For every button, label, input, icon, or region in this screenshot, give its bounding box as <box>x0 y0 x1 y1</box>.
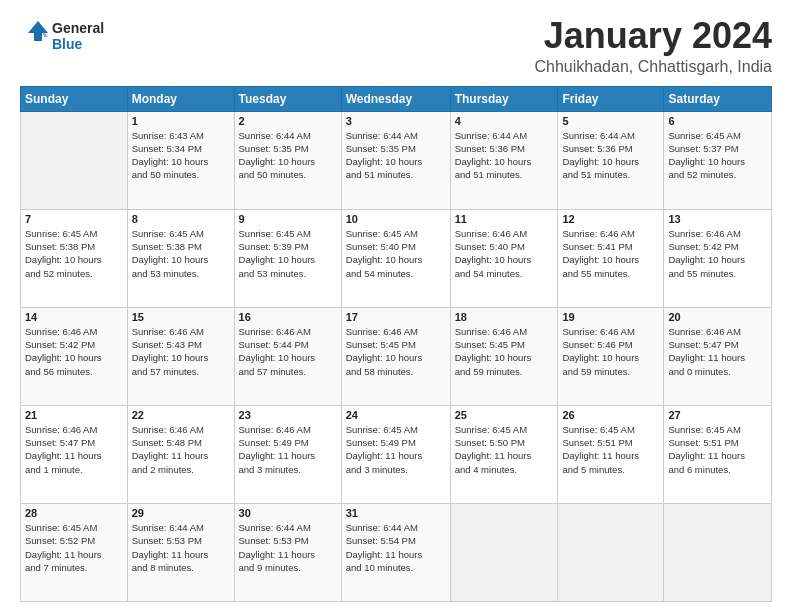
calendar-cell: 18Sunrise: 6:46 AMSunset: 5:45 PMDayligh… <box>450 307 558 405</box>
cell-text: Daylight: 10 hours <box>562 155 659 168</box>
cell-text: and 52 minutes. <box>668 168 767 181</box>
week-row-1: 7Sunrise: 6:45 AMSunset: 5:38 PMDaylight… <box>21 209 772 307</box>
cell-text: Sunrise: 6:45 AM <box>239 227 337 240</box>
calendar-header: SundayMondayTuesdayWednesdayThursdayFrid… <box>21 86 772 111</box>
calendar-cell: 4Sunrise: 6:44 AMSunset: 5:36 PMDaylight… <box>450 111 558 209</box>
day-number: 12 <box>562 213 659 225</box>
cell-text: and 59 minutes. <box>562 365 659 378</box>
calendar-cell: 31Sunrise: 6:44 AMSunset: 5:54 PMDayligh… <box>341 503 450 601</box>
calendar-cell: 17Sunrise: 6:46 AMSunset: 5:45 PMDayligh… <box>341 307 450 405</box>
cell-text: and 55 minutes. <box>668 267 767 280</box>
day-number: 18 <box>455 311 554 323</box>
cell-text: Sunset: 5:40 PM <box>455 240 554 253</box>
cell-text: Sunset: 5:45 PM <box>455 338 554 351</box>
cell-text: Sunrise: 6:45 AM <box>668 423 767 436</box>
day-number: 11 <box>455 213 554 225</box>
cell-text: Sunrise: 6:45 AM <box>346 227 446 240</box>
cell-text: Sunrise: 6:44 AM <box>132 521 230 534</box>
main-title: January 2024 <box>535 16 773 56</box>
cell-text: Sunrise: 6:46 AM <box>668 325 767 338</box>
cell-text: Sunset: 5:50 PM <box>455 436 554 449</box>
cell-text: Sunset: 5:35 PM <box>239 142 337 155</box>
cell-text: Daylight: 10 hours <box>562 351 659 364</box>
header-cell-friday: Friday <box>558 86 664 111</box>
calendar-cell: 16Sunrise: 6:46 AMSunset: 5:44 PMDayligh… <box>234 307 341 405</box>
day-number: 28 <box>25 507 123 519</box>
cell-text: and 52 minutes. <box>25 267 123 280</box>
day-number: 4 <box>455 115 554 127</box>
calendar-cell: 19Sunrise: 6:46 AMSunset: 5:46 PMDayligh… <box>558 307 664 405</box>
subtitle: Chhuikhadan, Chhattisgarh, India <box>535 58 773 76</box>
cell-text: Sunrise: 6:45 AM <box>346 423 446 436</box>
cell-text: Sunset: 5:39 PM <box>239 240 337 253</box>
cell-text: Sunset: 5:49 PM <box>346 436 446 449</box>
calendar-cell: 3Sunrise: 6:44 AMSunset: 5:35 PMDaylight… <box>341 111 450 209</box>
cell-text: Sunset: 5:36 PM <box>455 142 554 155</box>
cell-text: Sunset: 5:40 PM <box>346 240 446 253</box>
day-number: 21 <box>25 409 123 421</box>
cell-text: Daylight: 11 hours <box>346 548 446 561</box>
cell-text: Sunrise: 6:45 AM <box>668 129 767 142</box>
cell-text: and 9 minutes. <box>239 561 337 574</box>
day-number: 25 <box>455 409 554 421</box>
day-number: 13 <box>668 213 767 225</box>
cell-text: Sunrise: 6:46 AM <box>132 423 230 436</box>
day-number: 5 <box>562 115 659 127</box>
cell-text: Sunset: 5:53 PM <box>132 534 230 547</box>
cell-text: Daylight: 10 hours <box>668 155 767 168</box>
cell-text: Daylight: 10 hours <box>562 253 659 266</box>
page: General Blue January 2024 Chhuikhadan, C… <box>0 0 792 612</box>
cell-text: Sunset: 5:46 PM <box>562 338 659 351</box>
cell-text: Sunrise: 6:44 AM <box>346 521 446 534</box>
calendar-cell <box>664 503 772 601</box>
day-number: 15 <box>132 311 230 323</box>
cell-text: and 51 minutes. <box>455 168 554 181</box>
cell-text: Daylight: 10 hours <box>239 253 337 266</box>
cell-text: and 3 minutes. <box>346 463 446 476</box>
cell-text: Daylight: 10 hours <box>455 155 554 168</box>
logo-text-blue: Blue <box>52 36 104 52</box>
cell-text: and 4 minutes. <box>455 463 554 476</box>
cell-text: Sunrise: 6:44 AM <box>455 129 554 142</box>
cell-text: Sunrise: 6:46 AM <box>562 227 659 240</box>
cell-text: Daylight: 11 hours <box>132 449 230 462</box>
cell-text: Sunset: 5:48 PM <box>132 436 230 449</box>
cell-text: Sunset: 5:38 PM <box>132 240 230 253</box>
day-number: 7 <box>25 213 123 225</box>
calendar-cell <box>450 503 558 601</box>
calendar-cell: 26Sunrise: 6:45 AMSunset: 5:51 PMDayligh… <box>558 405 664 503</box>
cell-text: and 55 minutes. <box>562 267 659 280</box>
cell-text: and 53 minutes. <box>132 267 230 280</box>
cell-text: and 3 minutes. <box>239 463 337 476</box>
cell-text: Sunset: 5:34 PM <box>132 142 230 155</box>
cell-text: Sunset: 5:38 PM <box>25 240 123 253</box>
week-row-0: 1Sunrise: 6:43 AMSunset: 5:34 PMDaylight… <box>21 111 772 209</box>
day-number: 9 <box>239 213 337 225</box>
calendar-cell: 27Sunrise: 6:45 AMSunset: 5:51 PMDayligh… <box>664 405 772 503</box>
calendar-cell: 10Sunrise: 6:45 AMSunset: 5:40 PMDayligh… <box>341 209 450 307</box>
cell-text: and 1 minute. <box>25 463 123 476</box>
calendar-cell: 28Sunrise: 6:45 AMSunset: 5:52 PMDayligh… <box>21 503 128 601</box>
header-cell-sunday: Sunday <box>21 86 128 111</box>
cell-text: Daylight: 11 hours <box>239 449 337 462</box>
cell-text: and 6 minutes. <box>668 463 767 476</box>
cell-text: and 50 minutes. <box>239 168 337 181</box>
day-number: 22 <box>132 409 230 421</box>
cell-text: and 54 minutes. <box>455 267 554 280</box>
cell-text: and 0 minutes. <box>668 365 767 378</box>
cell-text: Sunset: 5:45 PM <box>346 338 446 351</box>
cell-text: Sunrise: 6:44 AM <box>346 129 446 142</box>
calendar-cell: 14Sunrise: 6:46 AMSunset: 5:42 PMDayligh… <box>21 307 128 405</box>
logo-icon <box>20 19 50 49</box>
cell-text: Daylight: 10 hours <box>239 351 337 364</box>
calendar-cell: 22Sunrise: 6:46 AMSunset: 5:48 PMDayligh… <box>127 405 234 503</box>
cell-text: and 58 minutes. <box>346 365 446 378</box>
cell-text: Sunrise: 6:43 AM <box>132 129 230 142</box>
cell-text: Sunset: 5:54 PM <box>346 534 446 547</box>
cell-text: Daylight: 11 hours <box>132 548 230 561</box>
cell-text: Sunrise: 6:45 AM <box>25 521 123 534</box>
day-number: 17 <box>346 311 446 323</box>
cell-text: Sunrise: 6:45 AM <box>25 227 123 240</box>
calendar-cell: 12Sunrise: 6:46 AMSunset: 5:41 PMDayligh… <box>558 209 664 307</box>
calendar-cell: 13Sunrise: 6:46 AMSunset: 5:42 PMDayligh… <box>664 209 772 307</box>
